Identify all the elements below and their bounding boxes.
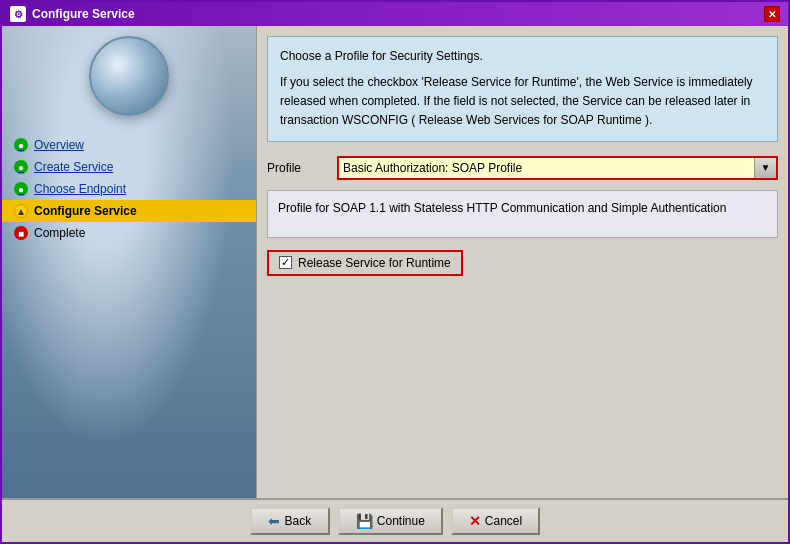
- close-button[interactable]: ✕: [764, 6, 780, 22]
- sidebar-item-create-service[interactable]: ● Create Service: [2, 156, 256, 178]
- create-service-status-icon: ●: [14, 160, 28, 174]
- complete-status-icon: ■: [14, 226, 28, 240]
- configure-service-window: ⚙ Configure Service ✕ ● Overview ● Creat…: [0, 0, 790, 544]
- info-line-2: If you select the checkbox 'Release Serv…: [280, 73, 765, 131]
- button-bar: ⬅ Back 💾 Continue ✕ Cancel: [2, 498, 788, 542]
- create-service-label: Create Service: [34, 160, 113, 174]
- profile-select[interactable]: Basic Authorization: SOAP Profile No Sec…: [339, 158, 776, 178]
- continue-label: Continue: [377, 514, 425, 528]
- continue-button[interactable]: 💾 Continue: [338, 507, 443, 535]
- profile-label: Profile: [267, 161, 327, 175]
- cancel-icon: ✕: [469, 513, 481, 529]
- profile-select-wrapper: Basic Authorization: SOAP Profile No Sec…: [337, 156, 778, 180]
- back-button[interactable]: ⬅ Back: [250, 507, 330, 535]
- choose-endpoint-status-icon: ●: [14, 182, 28, 196]
- info-line-1: Choose a Profile for Security Settings.: [280, 47, 765, 65]
- title-bar-left: ⚙ Configure Service: [10, 6, 135, 22]
- choose-endpoint-label: Choose Endpoint: [34, 182, 126, 196]
- sidebar-item-configure-service[interactable]: ▲ Configure Service: [2, 200, 256, 222]
- configure-service-status-icon: ▲: [14, 204, 28, 218]
- sidebar-item-choose-endpoint[interactable]: ● Choose Endpoint: [2, 178, 256, 200]
- release-service-checkbox-container[interactable]: ✓ Release Service for Runtime: [267, 250, 463, 276]
- release-service-checkbox[interactable]: ✓: [279, 256, 292, 269]
- sidebar-nav: ● Overview ● Create Service ● Choose End…: [2, 126, 256, 252]
- release-service-label: Release Service for Runtime: [298, 256, 451, 270]
- sidebar-item-overview[interactable]: ● Overview: [2, 134, 256, 156]
- cancel-button[interactable]: ✕ Cancel: [451, 507, 540, 535]
- profile-description-box: Profile for SOAP 1.1 with Stateless HTTP…: [267, 190, 778, 238]
- sidebar-item-complete: ■ Complete: [2, 222, 256, 244]
- form-area: Profile Basic Authorization: SOAP Profil…: [257, 148, 788, 498]
- sidebar: ● Overview ● Create Service ● Choose End…: [2, 26, 257, 498]
- configure-service-label: Configure Service: [34, 204, 137, 218]
- back-icon: ⬅: [268, 513, 280, 529]
- overview-status-icon: ●: [14, 138, 28, 152]
- main-content: Choose a Profile for Security Settings. …: [257, 26, 788, 498]
- profile-description-text: Profile for SOAP 1.1 with Stateless HTTP…: [278, 201, 726, 215]
- complete-label: Complete: [34, 226, 85, 240]
- window-icon: ⚙: [10, 6, 26, 22]
- title-bar: ⚙ Configure Service ✕: [2, 2, 788, 26]
- profile-row: Profile Basic Authorization: SOAP Profil…: [267, 156, 778, 180]
- overview-label: Overview: [34, 138, 84, 152]
- info-box: Choose a Profile for Security Settings. …: [267, 36, 778, 142]
- content-area: ● Overview ● Create Service ● Choose End…: [2, 26, 788, 498]
- cancel-label: Cancel: [485, 514, 522, 528]
- continue-icon: 💾: [356, 513, 373, 529]
- back-label: Back: [284, 514, 311, 528]
- window-title: Configure Service: [32, 7, 135, 21]
- sidebar-orb: [89, 36, 169, 116]
